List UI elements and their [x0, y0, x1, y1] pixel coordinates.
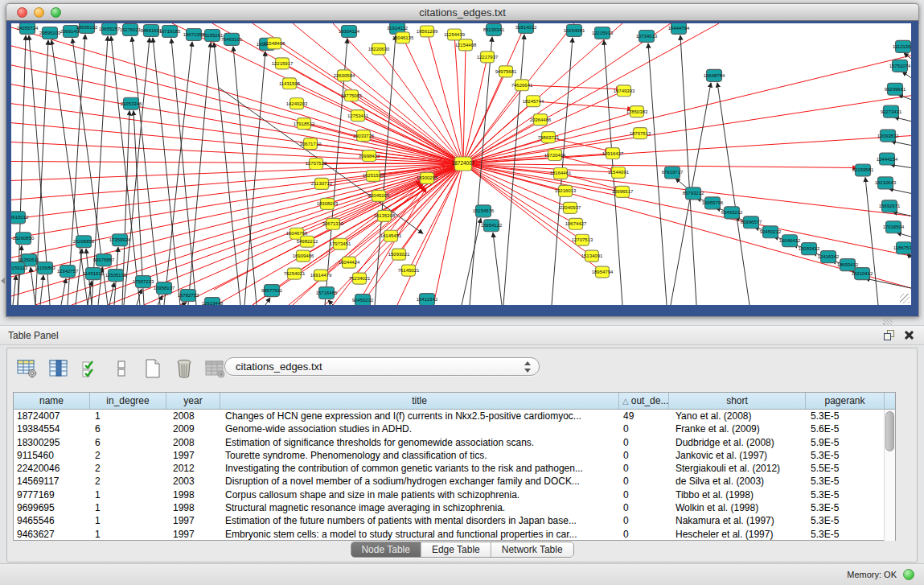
graph-node[interactable]: 20206856 — [73, 236, 95, 248]
column-header-in-degree[interactable]: in_degree — [90, 393, 166, 409]
graph-node[interactable]: 11867534 — [893, 242, 911, 254]
table-cell[interactable]: 0 — [619, 501, 669, 514]
memory-ok-indicator[interactable] — [903, 569, 914, 580]
graph-node[interactable]: 16782753 — [178, 290, 199, 302]
table-row[interactable]: 1830029562008Estimation of significance … — [14, 436, 885, 449]
table-cell[interactable]: 9699695 — [14, 501, 90, 514]
graph-node[interactable]: 15276021 — [120, 23, 142, 35]
minimize-window-button[interactable] — [34, 7, 44, 18]
graph-node[interactable]: 15954122 — [481, 220, 503, 232]
graph-node[interactable]: 16044424 — [339, 257, 360, 268]
graph-node[interactable]: 76145021 — [398, 265, 420, 276]
table-cell[interactable]: 0 — [619, 488, 669, 501]
graph-node[interactable]: 10154081 — [564, 24, 585, 36]
row-selection-icon[interactable] — [80, 358, 101, 379]
scrollbar-thumb[interactable] — [885, 411, 894, 451]
graph-node[interactable]: 98577911 — [261, 285, 283, 297]
graph-node[interactable]: 16648784 — [704, 69, 725, 81]
table-cell[interactable]: 5.3E-5 — [806, 488, 885, 501]
canvas-resize-grip[interactable] — [900, 294, 910, 303]
graph-node[interactable]: 17016504 — [883, 221, 905, 233]
graph-node[interactable]: 31814012 — [515, 23, 537, 33]
table-cell[interactable]: Tibbo et al. (1998) — [669, 488, 806, 501]
graph-node[interactable]: 12505135 — [105, 270, 127, 282]
graph-node[interactable]: 92450232 — [352, 295, 374, 305]
table-row[interactable]: 969969511998Structural magnetic resonanc… — [14, 501, 885, 514]
graph-node[interactable]: 18595102 — [76, 23, 98, 33]
network-canvas[interactable]: 2405572420895103206914061859510210655257… — [11, 23, 911, 305]
table-row[interactable]: 1938455462009Genome-wide association stu… — [14, 422, 885, 435]
graph-node[interactable]: 15093412 — [799, 243, 820, 255]
table-cell[interactable]: 5.9E-5 — [806, 436, 885, 449]
table-cell[interactable]: Estimation of the future numbers of pati… — [220, 514, 619, 527]
table-cell[interactable]: Investigating the contribution of common… — [220, 462, 619, 475]
column-header-name[interactable]: name — [14, 393, 90, 409]
graph-node[interactable]: 92273431 — [881, 105, 902, 117]
graph-node[interactable]: 12217937 — [477, 51, 499, 63]
graph-node[interactable]: 12154408 — [455, 39, 477, 51]
table-vertical-scrollbar[interactable] — [884, 410, 895, 541]
graph-node[interactable]: 10958107 — [154, 282, 175, 295]
table-cell[interactable]: 5.3E-5 — [806, 449, 885, 462]
graph-node[interactable]: 10719185 — [159, 25, 181, 37]
graph-node[interactable]: 17973451 — [330, 238, 351, 249]
table-cell[interactable]: Corpus callosum shape and size in male p… — [220, 488, 619, 501]
graph-node[interactable]: 85130341 — [483, 23, 505, 35]
table-cell[interactable]: 9115460 — [14, 449, 90, 462]
table-cell[interactable]: 0 — [619, 475, 669, 488]
delete-table-icon[interactable] — [205, 358, 226, 379]
table-cell[interactable]: 5.3E-5 — [806, 475, 885, 488]
table-row[interactable]: 1872400712008Changes of HCN gene express… — [14, 410, 885, 422]
graph-node[interactable]: 10734013 — [636, 30, 658, 42]
graph-node[interactable]: 17359924 — [109, 234, 131, 246]
column-header-year[interactable]: year — [166, 393, 220, 409]
tab-node-table[interactable]: Node Table — [351, 542, 421, 557]
table-cell[interactable]: 6 — [90, 422, 166, 435]
table-cell[interactable]: Disruption of a novel member of a sodium… — [220, 475, 619, 488]
table-cell[interactable]: Franke et al. (2009) — [669, 422, 806, 435]
table-options-icon[interactable] — [17, 358, 38, 379]
graph-node[interactable]: 76463101 — [221, 33, 243, 45]
table-cell[interactable]: Wolkin et al. (1998) — [669, 501, 806, 514]
tab-edge-table[interactable]: Edge Table — [421, 542, 491, 557]
graph-node[interactable]: 15093021 — [388, 249, 410, 260]
table-cell[interactable]: 2003 — [166, 475, 220, 488]
graph-node[interactable]: 80996577 — [741, 216, 762, 229]
table-cell[interactable]: 2 — [90, 462, 166, 475]
table-row[interactable]: 911546021997Tourette syndrome. Phenomeno… — [14, 449, 885, 462]
table-cell[interactable]: 0 — [619, 528, 669, 541]
table-cell[interactable]: 1998 — [166, 488, 220, 501]
table-cell[interactable]: Changes of HCN gene expression and I(f) … — [220, 410, 619, 422]
table-cell[interactable]: 5.3E-5 — [806, 514, 885, 527]
graph-node[interactable]: 12093832 — [877, 130, 899, 142]
graph-node[interactable]: 15134091 — [581, 250, 603, 262]
table-cell[interactable]: 0 — [619, 514, 669, 527]
graph-node[interactable]: 12215913 — [592, 27, 614, 39]
table-cell[interactable]: Stergiakouli et al. (2012) — [669, 462, 806, 475]
graph-node[interactable]: 11156863 — [35, 262, 55, 274]
graph-node[interactable]: 15751074 — [889, 60, 911, 72]
graph-node[interactable]: 74626641 — [511, 80, 533, 91]
table-cell[interactable]: 2 — [90, 449, 166, 462]
table-cell[interactable]: 9777169 — [14, 488, 90, 501]
graph-node[interactable]: 18757513 — [630, 128, 651, 139]
graph-node[interactable]: 94975681 — [495, 66, 517, 77]
graph-node[interactable]: 19304114 — [339, 25, 360, 37]
table-cell[interactable]: Yano et al. (2008) — [669, 410, 806, 422]
table-row[interactable]: 946554611997Estimation of the future num… — [14, 514, 885, 527]
table-cell[interactable]: Estimation of significance thresholds fo… — [220, 436, 619, 449]
graph-node[interactable]: 18220630 — [368, 43, 390, 55]
graph-node[interactable]: 16046412 — [779, 235, 801, 247]
close-panel-icon[interactable] — [902, 329, 914, 341]
graph-node[interactable]: 21053346 — [121, 97, 142, 109]
table-cell[interactable]: 0 — [619, 449, 669, 462]
graph-node[interactable]: 12923448 — [202, 298, 224, 305]
delete-column-icon[interactable] — [174, 358, 195, 379]
graph-node[interactable]: 19915012 — [11, 212, 29, 224]
table-row[interactable]: 2242004622012Investigating the contribut… — [14, 462, 885, 475]
graph-node[interactable]: 12342757 — [57, 266, 79, 278]
new-column-icon[interactable] — [142, 358, 163, 379]
table-cell[interactable]: Nakamura et al. (1997) — [669, 514, 806, 527]
table-cell[interactable]: 5.6E-5 — [806, 422, 885, 435]
graph-node[interactable]: 20895103 — [39, 27, 61, 39]
